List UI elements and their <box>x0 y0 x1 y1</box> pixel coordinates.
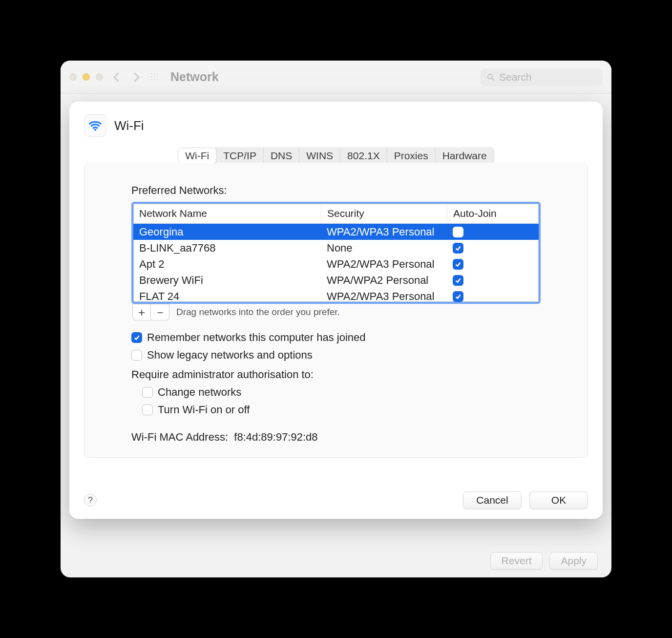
all-prefs-grid-icon[interactable] <box>150 72 160 82</box>
tab-tcp-ip[interactable]: TCP/IP <box>216 148 263 163</box>
network-security: WPA2/WPA3 Personal <box>321 289 447 302</box>
preferred-networks-table[interactable]: Network Name Security Auto-Join Georgina… <box>131 202 541 304</box>
autojoin-checkbox[interactable] <box>453 291 463 302</box>
tab-proxies[interactable]: Proxies <box>387 148 435 163</box>
network-row[interactable]: B-LINK_aa7768None <box>133 240 539 256</box>
back-chevron-icon[interactable] <box>113 72 123 82</box>
remove-network-button[interactable]: － <box>151 304 169 320</box>
search-placeholder: Search <box>499 71 532 83</box>
network-security: None <box>321 241 447 255</box>
remember-networks-option[interactable]: Remember networks this computer has join… <box>131 331 541 344</box>
close-dot-icon[interactable] <box>69 73 77 81</box>
network-autojoin-cell <box>447 226 539 238</box>
network-row[interactable]: Brewery WiFiWPA/WPA2 Personal <box>133 272 539 288</box>
remember-networks-checkbox[interactable] <box>131 332 142 343</box>
sheet-title: Wi-Fi <box>114 118 144 133</box>
settings-tabs: Wi-FiTCP/IPDNSWINS802.1XProxiesHardware <box>178 148 494 164</box>
ok-button[interactable]: OK <box>529 491 588 509</box>
autojoin-checkbox[interactable] <box>453 259 463 270</box>
network-autojoin-cell <box>447 274 539 287</box>
col-network-name[interactable]: Network Name <box>133 204 321 223</box>
window-title: Network <box>170 70 219 84</box>
change-networks-checkbox[interactable] <box>142 387 153 398</box>
network-security: WPA2/WPA3 Personal <box>321 257 447 272</box>
toggle-wifi-option[interactable]: Turn Wi-Fi on or off <box>142 404 541 416</box>
autojoin-checkbox[interactable] <box>453 275 463 286</box>
autojoin-checkbox[interactable] <box>453 243 463 254</box>
network-row[interactable]: GeorginaWPA2/WPA3 Personal <box>133 224 539 240</box>
network-name: FLAT 24 <box>133 289 321 302</box>
drag-hint: Drag networks into the order you prefer. <box>176 307 340 318</box>
mac-address: Wi-Fi MAC Address: f8:4d:89:97:92:d8 <box>131 431 541 444</box>
col-security[interactable]: Security <box>321 204 447 223</box>
minimize-dot-icon[interactable] <box>83 73 90 81</box>
traffic-lights <box>69 73 103 81</box>
table-header: Network Name Security Auto-Join <box>133 204 539 224</box>
preferred-networks-label: Preferred Networks: <box>131 184 541 197</box>
network-autojoin-cell <box>447 242 539 255</box>
svg-point-0 <box>488 74 492 79</box>
wifi-tab-content: Preferred Networks: Network Name Securit… <box>84 163 588 458</box>
change-networks-label: Change networks <box>158 386 241 399</box>
tab-hardware[interactable]: Hardware <box>435 148 494 163</box>
wifi-icon <box>88 118 103 133</box>
wifi-advanced-sheet: Wi-Fi Wi-FiTCP/IPDNSWINS802.1XProxiesHar… <box>69 102 603 519</box>
network-security: WPA/WPA2 Personal <box>321 273 447 288</box>
col-auto-join[interactable]: Auto-Join <box>447 204 539 223</box>
network-autojoin-cell <box>447 290 539 302</box>
cancel-button[interactable]: Cancel <box>463 491 522 509</box>
system-preferences-window: Network Search Revert Apply Wi-Fi Wi-FiT… <box>61 61 611 577</box>
tab-802-1x[interactable]: 802.1X <box>340 148 387 163</box>
network-name: Apt 2 <box>133 257 321 272</box>
show-legacy-label: Show legacy networks and options <box>147 349 313 362</box>
back-window-footer: Revert Apply <box>490 552 598 570</box>
network-row[interactable]: Apt 2WPA2/WPA3 Personal <box>133 256 539 272</box>
network-autojoin-cell <box>447 258 539 271</box>
help-button[interactable]: ? <box>84 494 97 507</box>
network-name: Georgina <box>133 225 321 239</box>
toolbar: Network Search <box>61 61 611 94</box>
toggle-wifi-label: Turn Wi-Fi on or off <box>158 404 250 416</box>
toggle-wifi-checkbox[interactable] <box>142 404 153 415</box>
add-remove-controls: ＋ － <box>132 304 169 320</box>
network-security: WPA2/WPA3 Personal <box>321 225 447 239</box>
change-networks-option[interactable]: Change networks <box>142 386 541 399</box>
tab-wins[interactable]: WINS <box>299 148 340 163</box>
apply-button[interactable]: Apply <box>549 552 598 570</box>
network-name: B-LINK_aa7768 <box>133 241 321 255</box>
network-name: Brewery WiFi <box>133 273 321 288</box>
nav-buttons <box>115 74 138 81</box>
search-icon <box>486 73 495 82</box>
tab-dns[interactable]: DNS <box>263 148 299 163</box>
add-network-button[interactable]: ＋ <box>132 304 151 320</box>
show-legacy-option[interactable]: Show legacy networks and options <box>131 349 541 362</box>
show-legacy-checkbox[interactable] <box>131 350 142 361</box>
svg-point-2 <box>94 129 96 131</box>
zoom-dot-icon[interactable] <box>96 73 103 81</box>
revert-button[interactable]: Revert <box>490 552 543 570</box>
wifi-icon-tile <box>84 114 106 137</box>
network-row[interactable]: FLAT 24WPA2/WPA3 Personal <box>133 288 539 302</box>
tab-wi-fi[interactable]: Wi-Fi <box>178 148 216 164</box>
require-admin-label: Require administrator authorisation to: <box>131 368 541 381</box>
svg-line-1 <box>492 78 494 81</box>
autojoin-checkbox[interactable] <box>453 227 463 237</box>
forward-chevron-icon[interactable] <box>130 72 140 82</box>
search-field[interactable]: Search <box>481 68 603 86</box>
remember-networks-label: Remember networks this computer has join… <box>147 331 366 344</box>
